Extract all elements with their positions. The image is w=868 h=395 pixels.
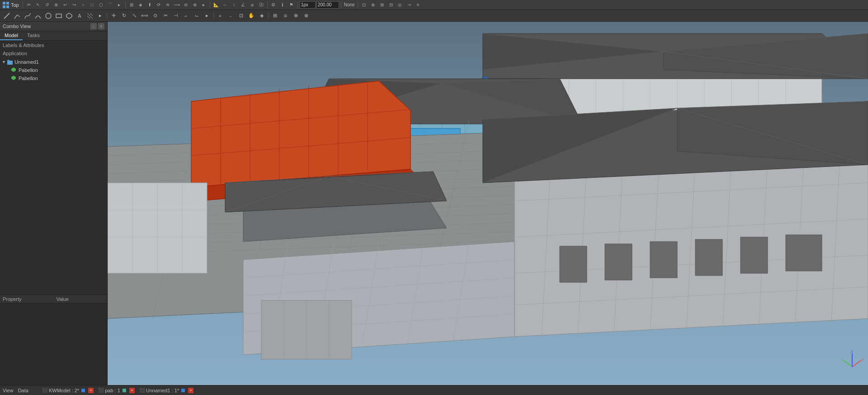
doc3-close-btn[interactable]: × xyxy=(188,388,193,393)
snap6-icon[interactable]: ⊸ xyxy=(405,1,413,9)
poly-icon[interactable]: ⬡ xyxy=(97,1,105,9)
text-tool[interactable]: A xyxy=(75,11,85,21)
doc2-close-btn[interactable]: × xyxy=(129,388,135,393)
rotate-icon[interactable]: ↺ xyxy=(43,1,51,9)
more3-icon[interactable]: ▸ xyxy=(95,11,105,21)
zoom-fit-tool[interactable]: ⊡ xyxy=(236,11,246,21)
angle-icon[interactable]: ∠ xyxy=(239,1,247,9)
app-icon xyxy=(2,1,10,9)
svg-rect-125 xyxy=(741,237,768,273)
polygon-tool[interactable] xyxy=(64,11,74,21)
bool-icon[interactable]: ⊖ xyxy=(182,1,190,9)
snap5-icon[interactable]: ◎ xyxy=(396,1,404,9)
view3d-tool[interactable]: ◈ xyxy=(257,11,267,21)
svg-rect-3 xyxy=(6,5,9,8)
redo-icon[interactable]: ↪ xyxy=(70,1,78,9)
label-icon[interactable]: Ⓐ xyxy=(257,1,265,9)
mirror-tool[interactable]: ⟺ xyxy=(140,11,150,21)
snap2-icon[interactable]: ⊕ xyxy=(369,1,377,9)
status-doc3: ⬛ Unnamed1 : 1* × xyxy=(139,388,193,393)
more-icon[interactable]: ▸ xyxy=(115,1,123,9)
tab-tasks[interactable]: Tasks xyxy=(23,31,44,40)
zoom-out-tool[interactable]: - xyxy=(226,11,236,21)
snap4-icon[interactable]: ⊟ xyxy=(387,1,395,9)
polyline-tool[interactable] xyxy=(12,11,22,21)
radius-icon[interactable]: ⌀ xyxy=(248,1,256,9)
circle-icon[interactable]: ○ xyxy=(79,1,87,9)
separator-5 xyxy=(297,1,298,9)
status-data[interactable]: Data xyxy=(18,388,28,393)
rect-icon[interactable]: □ xyxy=(88,1,96,9)
arc-tool[interactable] xyxy=(33,11,43,21)
fillet-tool[interactable]: ⌐ xyxy=(181,11,191,21)
pan-tool[interactable]: ✋ xyxy=(246,11,256,21)
doc1-close-btn[interactable]: × xyxy=(88,388,94,393)
svg-text:X: X xyxy=(862,357,863,362)
revolve-icon[interactable]: ⟳ xyxy=(155,1,163,9)
orbit-icon[interactable]: ⊕ xyxy=(52,1,60,9)
data-label: Data xyxy=(18,388,28,393)
cursor-icon[interactable]: ↖ xyxy=(34,1,42,9)
viewport[interactable]: X Y Z xyxy=(108,22,868,385)
panel-minimize-btn[interactable]: - xyxy=(90,23,97,29)
tree-item-root[interactable]: ▼ Unnamed1 xyxy=(0,58,107,66)
zoom-in-tool[interactable]: + xyxy=(215,11,225,21)
dim2-icon[interactable]: ↕ xyxy=(230,1,238,9)
separator-7 xyxy=(358,1,358,9)
bool2-icon[interactable]: ⊗ xyxy=(191,1,199,9)
info-icon[interactable]: ℹ xyxy=(278,1,287,9)
pen-size-input[interactable] xyxy=(300,1,316,9)
cube-icon[interactable]: ◈ xyxy=(137,1,145,9)
svg-line-141 xyxy=(852,360,861,367)
trim-tool[interactable]: ✂ xyxy=(160,11,170,21)
tab-model[interactable]: Model xyxy=(0,31,23,40)
doc3-indicator xyxy=(181,389,185,392)
rotate2-tool[interactable]: ↻ xyxy=(119,11,129,21)
zoom-input[interactable] xyxy=(316,1,339,9)
dim-icon[interactable]: ↔ xyxy=(221,1,229,9)
tree-item-pabellon1[interactable]: Pabellon xyxy=(0,66,107,74)
offset-tool[interactable]: ⊙ xyxy=(150,11,160,21)
panel-close-btn[interactable]: × xyxy=(98,23,104,29)
axis-indicator: X Y Z xyxy=(841,349,863,371)
move-tool[interactable]: ✛ xyxy=(108,11,118,21)
snap1-icon[interactable]: ⊡ xyxy=(360,1,368,9)
status-view[interactable]: View xyxy=(3,388,14,393)
chamfer-tool[interactable]: ⌙ xyxy=(192,11,202,21)
panel-controls: - × xyxy=(90,23,104,29)
tree-item-pabellon2[interactable]: Pabellon xyxy=(0,74,107,82)
sep-t1 xyxy=(107,12,107,19)
scale-tool[interactable]: ⤡ xyxy=(129,11,139,21)
grid-icon[interactable]: ⊞ xyxy=(127,1,136,9)
line-tool[interactable] xyxy=(2,11,12,21)
loft-icon[interactable]: ≋ xyxy=(164,1,172,9)
flag-icon[interactable]: ⚑ xyxy=(288,1,296,9)
settings-icon[interactable]: ⚙ xyxy=(269,1,278,9)
snap-tool[interactable]: ⊕ xyxy=(291,11,301,21)
more4-icon[interactable]: ▸ xyxy=(202,11,212,21)
layer-tool[interactable]: ⊞ xyxy=(270,11,280,21)
undo-icon[interactable]: ↩ xyxy=(61,1,69,9)
sep-t2 xyxy=(213,12,214,19)
none-label: None xyxy=(343,2,356,7)
snap3-icon[interactable]: ⊞ xyxy=(378,1,386,9)
extrude-icon[interactable]: ⬆ xyxy=(146,1,154,9)
measure-icon[interactable]: 📐 xyxy=(212,1,220,9)
rect2-tool[interactable] xyxy=(54,11,64,21)
arc-icon[interactable]: ⌒ xyxy=(106,1,114,9)
doc1-name: KWModel : 2* xyxy=(49,388,79,393)
component-tool[interactable]: ⧈ xyxy=(280,11,290,21)
hatch-tool[interactable] xyxy=(85,11,95,21)
spline-tool[interactable] xyxy=(23,11,33,21)
separator-2 xyxy=(125,1,126,9)
more2-icon[interactable]: ▸ xyxy=(200,1,208,9)
top-toolbar: Top ✏ ↖ ↺ ⊕ ↩ ↪ ○ □ ⬡ ⌒ ▸ ⊞ ◈ ⬆ ⟳ ≋ ⟿ ⊖ … xyxy=(0,0,868,10)
constraint-tool[interactable]: ⊗ xyxy=(301,11,311,21)
extend-tool[interactable]: ⊣ xyxy=(171,11,181,21)
pencil-icon[interactable]: ✏ xyxy=(25,1,33,9)
circle2-tool[interactable] xyxy=(43,11,53,21)
svg-line-142 xyxy=(843,360,852,367)
sweep-icon[interactable]: ⟿ xyxy=(173,1,181,9)
snap7-icon[interactable]: ≡ xyxy=(414,1,422,9)
svg-rect-1 xyxy=(6,2,9,5)
